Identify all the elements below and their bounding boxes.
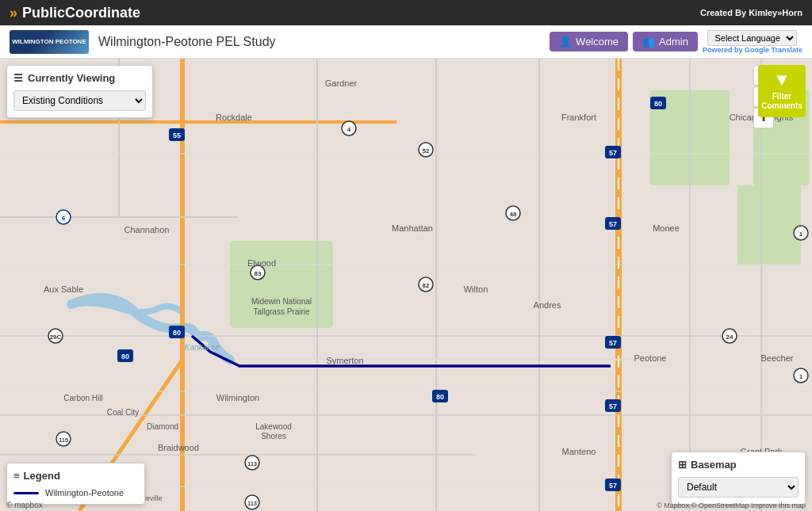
svg-text:82: 82 <box>423 282 430 289</box>
welcome-button[interactable]: 👤 Welcome <box>550 32 628 51</box>
currently-viewing-header: ☰ Currently Viewing <box>13 72 146 84</box>
currently-viewing-panel: ☰ Currently Viewing Existing Conditions … <box>6 65 153 118</box>
svg-text:Wilton: Wilton <box>464 284 488 294</box>
svg-text:113: 113 <box>247 461 257 467</box>
filter-comments-button[interactable]: ▼ FilterComments <box>758 65 806 117</box>
svg-text:57: 57 <box>609 149 617 157</box>
legend-panel: ≡ Legend Wilmington-Peotone <box>6 463 145 505</box>
svg-text:Manhattan: Manhattan <box>392 223 433 233</box>
svg-text:Aux Sable: Aux Sable <box>44 284 83 294</box>
language-select[interactable]: Select Language <box>707 30 797 46</box>
svg-text:1: 1 <box>799 373 803 380</box>
app-logo: » PublicCoordinate <box>10 5 140 21</box>
svg-text:57: 57 <box>609 482 617 490</box>
header-actions: 👤 Welcome 👥 Admin Select Language Powere… <box>550 30 802 54</box>
basemap-panel: ⊞ Basemap Default Satellite Streets Terr… <box>671 452 806 505</box>
project-logo: WILMINGTON PEOTONE <box>10 30 89 54</box>
layer-select[interactable]: Existing Conditions Alternatives Propose… <box>13 90 146 111</box>
svg-text:Symerton: Symerton <box>326 356 363 365</box>
svg-text:83: 83 <box>255 270 262 277</box>
legend-item-label: Wilmington-Peotone <box>45 488 124 498</box>
header-bar: WILMINGTON PEOTONE Wilmington-Peotone PE… <box>0 25 812 59</box>
svg-text:Frankfort: Frankfort <box>561 112 596 122</box>
svg-rect-3 <box>737 185 801 265</box>
svg-text:Carbon Hill: Carbon Hill <box>63 394 102 402</box>
svg-text:Tallgrass Prairie: Tallgrass Prairie <box>253 307 310 316</box>
legend-item: Wilmington-Peotone <box>13 488 138 498</box>
svg-text:Monee: Monee <box>653 223 680 233</box>
svg-text:Coal City: Coal City <box>107 408 140 417</box>
created-by-label: Created By Kimley»Horn <box>700 8 802 17</box>
filter-comments-label: FilterComments <box>761 92 802 111</box>
svg-text:Beecher: Beecher <box>761 353 794 363</box>
svg-text:Peotone: Peotone <box>634 353 667 363</box>
svg-text:Andres: Andres <box>534 300 561 310</box>
svg-text:55: 55 <box>173 132 181 139</box>
svg-text:Elwood: Elwood <box>247 258 276 268</box>
map-background: 80 55 6 52 4 48 83 82 57 57 57 80 <box>0 59 812 511</box>
legend-header: ≡ Legend <box>13 470 138 482</box>
svg-text:1: 1 <box>799 231 803 238</box>
svg-text:115: 115 <box>59 437 68 443</box>
admin-icon: 👥 <box>642 36 655 48</box>
svg-text:57: 57 <box>609 402 617 410</box>
svg-text:Manteno: Manteno <box>562 447 596 456</box>
user-icon: 👤 <box>559 36 572 48</box>
svg-text:Kankakee: Kankakee <box>185 343 220 352</box>
filter-icon: ▼ <box>773 71 791 89</box>
svg-text:57: 57 <box>609 220 617 228</box>
svg-text:Midewin National: Midewin National <box>251 297 312 306</box>
svg-text:Shores: Shores <box>261 432 286 440</box>
svg-text:24: 24 <box>726 334 733 341</box>
organization-logo: WILMINGTON PEOTONE <box>10 30 89 54</box>
svg-text:6: 6 <box>62 215 66 222</box>
svg-text:Wilmington: Wilmington <box>216 393 259 402</box>
svg-text:Braidwood: Braidwood <box>158 443 199 452</box>
basemap-icon: ⊞ <box>678 459 687 471</box>
svg-text:29C: 29C <box>50 334 62 341</box>
app-logo-text: PublicCoordinate <box>22 5 140 21</box>
svg-text:80: 80 <box>121 353 129 360</box>
language-selector-wrapper: Select Language Powered by Google Transl… <box>703 30 802 54</box>
svg-text:80: 80 <box>654 100 662 108</box>
mapbox-logo: © mapbox <box>6 501 43 509</box>
svg-text:48: 48 <box>510 211 517 218</box>
svg-text:Lakewood: Lakewood <box>255 422 292 431</box>
legend-icon: ≡ <box>13 470 20 482</box>
logo-icon: » <box>10 5 17 21</box>
powered-by-label: Powered by Google Translate <box>703 46 802 54</box>
legend-line-symbol <box>13 492 39 494</box>
svg-text:Diamond: Diamond <box>147 422 178 431</box>
svg-text:57: 57 <box>609 339 617 347</box>
svg-text:52: 52 <box>423 147 430 154</box>
project-title: Wilmington-Peotone PEL Study <box>98 35 540 49</box>
svg-text:Gardner: Gardner <box>325 78 358 88</box>
basemap-select[interactable]: Default Satellite Streets Terrain <box>678 477 799 498</box>
map-container[interactable]: 80 55 6 52 4 48 83 82 57 57 57 80 <box>0 59 812 511</box>
svg-text:4: 4 <box>347 126 351 133</box>
layers-icon: ☰ <box>13 72 23 84</box>
svg-text:80: 80 <box>173 329 181 337</box>
svg-text:80: 80 <box>436 393 444 401</box>
top-navigation-bar: » PublicCoordinate Created By Kimley»Hor… <box>0 0 812 25</box>
svg-text:Channahon: Channahon <box>124 225 170 235</box>
svg-text:Rockdale: Rockdale <box>216 112 252 122</box>
svg-text:113: 113 <box>247 501 257 506</box>
map-attribution: © Mapbox © OpenStreetMap Improve this ma… <box>657 501 806 509</box>
basemap-header: ⊞ Basemap <box>678 459 799 471</box>
admin-button[interactable]: 👥 Admin <box>633 32 698 51</box>
